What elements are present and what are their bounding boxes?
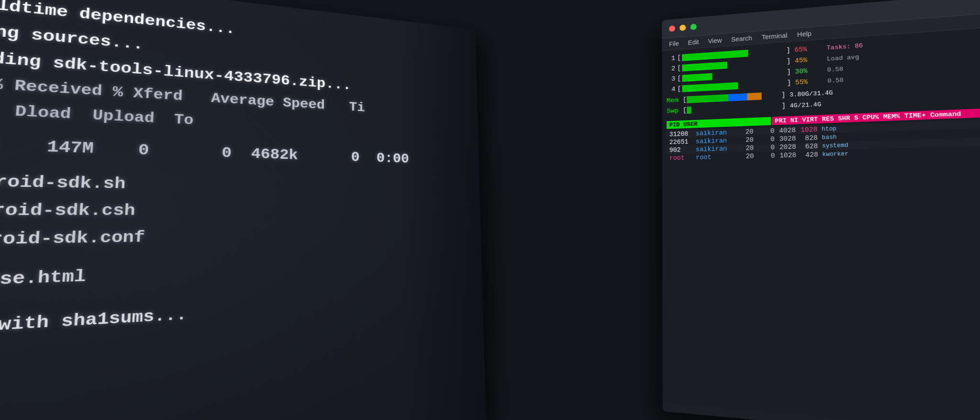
scene: uildtime dependencies... ving sources...…	[0, 0, 980, 420]
proc-ni-1: 0	[757, 127, 775, 135]
proc-num-4: 20	[737, 153, 754, 160]
menu-edit[interactable]: Edit	[688, 38, 699, 46]
cpu-label-4: 0.58	[827, 77, 844, 84]
proc-res-4: 428	[800, 151, 818, 159]
dot-green[interactable]	[690, 23, 697, 30]
swp-bar	[687, 102, 781, 114]
dot-red[interactable]	[669, 25, 675, 32]
terminal-htop-window: File Edit View Search Terminal Help 1 [ …	[662, 0, 980, 420]
proc-res-2: 828	[800, 134, 818, 142]
htop-body: 1 [ ] 65% Tasks: 86 2 [ ] 45%	[662, 26, 980, 420]
mem-label: Mem	[667, 96, 683, 104]
terminal-main-window: uildtime dependencies... ving sources...…	[0, 0, 486, 420]
proc-virt-1: 4028	[779, 127, 796, 135]
proc-user-2: saikiran	[696, 137, 733, 145]
swp-label: Swp	[667, 107, 683, 115]
term-line-8: android-sdk.csh	[0, 196, 457, 225]
proc-res-3: 628	[800, 143, 818, 151]
menu-view[interactable]: View	[708, 37, 722, 45]
proc-res-1: 1028	[800, 126, 817, 134]
menu-terminal[interactable]: Terminal	[762, 32, 788, 41]
proc-virt-2: 3028	[779, 135, 796, 143]
proc-user-3: saikiran	[696, 145, 733, 153]
proc-virt-3: 2028	[779, 143, 796, 151]
proc-num-2: 20	[737, 136, 754, 144]
swp-value: 4G/21.4G	[790, 101, 821, 109]
cpu-pct-4: 55%	[795, 77, 826, 87]
proc-num-1: 20	[737, 128, 754, 136]
cpu-label-1: Tasks: 86	[826, 42, 863, 52]
proc-ni-2: 0	[757, 135, 775, 143]
proc-ni-3: 0	[757, 144, 775, 152]
menu-file[interactable]: File	[669, 40, 679, 48]
proc-pid-2: 22651	[669, 138, 692, 146]
cpu-num-1: 1	[667, 55, 676, 62]
cpu-label-2: Load avg	[827, 54, 859, 63]
proc-virt-4: 1028	[779, 152, 797, 159]
cpu-num-3: 3	[667, 75, 676, 83]
cpu-num-4: 4	[667, 86, 676, 93]
terminal-main-content: uildtime dependencies... ving sources...…	[0, 0, 486, 420]
proc-user-1: saikiran	[696, 129, 733, 137]
cpu-num-2: 2	[667, 65, 676, 72]
dot-yellow[interactable]	[679, 24, 686, 31]
cpu-pct-2: 45%	[795, 55, 825, 65]
mem-value: 3.80G/31.4G	[790, 89, 833, 98]
cpu-pct-1: 65%	[794, 44, 824, 54]
proc-pid-3: 902	[669, 146, 692, 154]
proc-pid-4: root	[669, 154, 692, 162]
menu-help[interactable]: Help	[797, 30, 812, 38]
proc-num-3: 20	[737, 144, 754, 152]
cpu-pct-3: 30%	[795, 66, 825, 76]
menu-search[interactable]: Search	[731, 34, 752, 43]
proc-user-4: root	[696, 153, 733, 161]
proc-pid-1: 31208	[669, 130, 692, 138]
cpu-label-3: 0.58	[827, 66, 843, 73]
proc-ni-4: 0	[758, 152, 775, 160]
